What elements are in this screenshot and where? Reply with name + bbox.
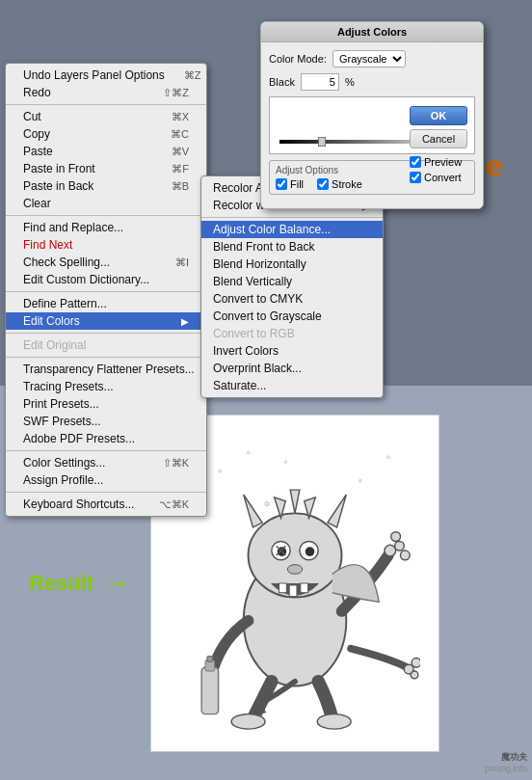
menu-item-spelling-shortcut: ⌘I [175, 256, 189, 269]
menu-item-transparency[interactable]: Transparency Flattener Presets... [6, 361, 206, 378]
color-mode-label: Color Mode: [269, 53, 327, 65]
submenu-item-blend-front-back[interactable]: Blend Front to Back [201, 238, 383, 256]
menu-item-cut-label: Cut [23, 110, 41, 123]
submenu-item-adjust-color-balance[interactable]: Adjust Color Balance... [201, 221, 383, 238]
svg-marker-11 [328, 494, 346, 526]
svg-point-31 [411, 671, 418, 679]
menu-item-paste[interactable]: Paste ⌘V [6, 143, 206, 160]
svg-point-27 [391, 531, 401, 541]
menu-item-undo-shortcut: ⌘Z [184, 69, 201, 82]
watermark-line1: 魔功夫 [485, 751, 527, 764]
submenu-item-saturate-label: Saturate... [213, 379, 266, 392]
submenu-item-blend-front-back-label: Blend Front to Back [213, 240, 314, 254]
menu-item-cut-shortcut: ⌘X [172, 111, 189, 123]
submenu-item-saturate[interactable]: Saturate... [201, 377, 383, 394]
percent-label: % [345, 76, 355, 88]
menu-item-define[interactable]: Define Pattern... [6, 295, 206, 312]
menu-item-color-settings-shortcut: ⇧⌘K [163, 457, 189, 470]
menu-item-find-next-label: Find Next [23, 238, 72, 252]
svg-point-32 [231, 713, 265, 729]
menu-item-assign-profile[interactable]: Assign Profile... [6, 471, 206, 489]
menu-item-paste-front-shortcut: ⌘F [172, 163, 189, 175]
menu-item-copy[interactable]: Copy ⌘C [6, 125, 206, 143]
menu-item-paste-label: Paste [23, 145, 53, 158]
ok-button[interactable]: OK [410, 106, 467, 125]
menu-item-swf[interactable]: SWF Presets... [6, 413, 206, 430]
menu-item-clear[interactable]: Clear [6, 195, 206, 212]
context-menu[interactable]: Undo Layers Panel Options ⌘Z Redo ⇧⌘Z Cu… [5, 63, 207, 517]
svg-rect-22 [201, 667, 218, 713]
dialog-body: Color Mode: Grayscale Black 5 % OK [261, 42, 483, 208]
submenu-item-convert-grayscale-label: Convert to Grayscale [213, 309, 322, 323]
submenu-item-blend-horizontally[interactable]: Blend Horizontally [201, 256, 383, 273]
submenu-item-blend-horizontally-label: Blend Horizontally [213, 257, 306, 271]
svg-point-3 [359, 478, 362, 482]
menu-item-print[interactable]: Print Presets... [6, 395, 206, 413]
dialog-title: Adjust Colors [337, 26, 407, 38]
slider-handle[interactable] [318, 137, 326, 147]
convert-checkbox-label[interactable]: Convert [410, 172, 467, 183]
menu-item-paste-back-shortcut: ⌘B [172, 180, 189, 193]
menu-item-undo[interactable]: Undo Layers Panel Options ⌘Z [6, 67, 206, 84]
menu-item-keyboard-shortcut: ⌥⌘K [159, 498, 189, 511]
svg-point-26 [395, 541, 405, 551]
menu-item-color-settings[interactable]: Color Settings... ⇧⌘K [6, 454, 206, 471]
menu-item-redo[interactable]: Redo ⇧⌘Z [6, 84, 206, 101]
menu-item-paste-back[interactable]: Paste in Back ⌘B [6, 177, 206, 195]
svg-point-33 [317, 713, 351, 729]
black-input[interactable]: 5 [301, 73, 339, 91]
menu-item-paste-front[interactable]: Paste in Front ⌘F [6, 160, 206, 177]
submenu-item-convert-grayscale[interactable]: Convert to Grayscale [201, 308, 383, 325]
menu-item-redo-shortcut: ⇧⌘Z [163, 87, 189, 99]
menu-item-cut[interactable]: Cut ⌘X [6, 108, 206, 125]
menu-item-find-next[interactable]: Find Next [6, 236, 206, 254]
svg-marker-10 [244, 494, 262, 526]
black-row: Black 5 % [269, 73, 475, 91]
menu-item-edit-colors[interactable]: Edit Colors ▶ [6, 312, 206, 330]
watermark: 魔功夫 pstung.info [485, 751, 527, 775]
submenu-item-convert-cmyk[interactable]: Convert to CMYK [201, 290, 383, 308]
menu-item-spelling-label: Check Spelling... [23, 256, 110, 269]
svg-point-18 [287, 564, 303, 574]
stroke-checkbox[interactable] [317, 178, 329, 190]
menu-item-keyboard[interactable]: Keyboard Shortcuts... ⌥⌘K [6, 496, 206, 513]
separator-7 [6, 492, 206, 493]
monster-illustration [170, 434, 420, 733]
color-mode-select[interactable]: Grayscale [332, 50, 406, 67]
menu-item-spelling[interactable]: Check Spelling... ⌘I [6, 254, 206, 271]
dialog-titlebar: Adjust Colors [261, 22, 483, 42]
preview-checkbox-label[interactable]: Preview [410, 156, 467, 168]
submenu-item-overprint-black-label: Overprint Black... [213, 362, 302, 375]
menu-item-paste-front-label: Paste in Front [23, 162, 95, 175]
menu-item-paste-back-label: Paste in Back [23, 179, 93, 193]
fill-label: Fill [290, 178, 304, 190]
separator-3 [6, 291, 206, 292]
preview-checkbox[interactable] [410, 156, 421, 168]
svg-point-28 [400, 551, 410, 560]
fill-checkbox[interactable] [276, 178, 287, 190]
menu-item-tracing[interactable]: Tracing Presets... [6, 378, 206, 395]
menu-item-swf-label: SWF Presets... [23, 415, 101, 428]
menu-item-adobe-pdf[interactable]: Adobe PDF Presets... [6, 430, 206, 447]
menu-item-keyboard-label: Keyboard Shortcuts... [23, 498, 134, 511]
submenu-item-invert-colors[interactable]: Invert Colors [201, 342, 383, 360]
menu-item-undo-label: Undo Layers Panel Options [23, 68, 165, 82]
stroke-checkbox-label[interactable]: Stroke [317, 178, 362, 190]
svg-point-1 [247, 450, 251, 454]
menu-item-edit-original: Edit Original [6, 336, 206, 354]
convert-checkbox[interactable] [410, 172, 421, 183]
result-text: Result [29, 571, 93, 596]
submenu-separator [201, 217, 383, 218]
cancel-button[interactable]: Cancel [410, 129, 467, 148]
watermark-line2: pstung.info [485, 763, 527, 775]
menu-item-custom-dict[interactable]: Edit Custom Dictionary... [6, 271, 206, 288]
submenu-item-overprint-black[interactable]: Overprint Black... [201, 360, 383, 377]
submenu-item-blend-vertically[interactable]: Blend Vertically [201, 273, 383, 290]
fill-checkbox-label[interactable]: Fill [276, 178, 304, 190]
separator-1 [6, 104, 206, 105]
color-mode-row: Color Mode: Grayscale [269, 50, 475, 67]
menu-item-find-label: Find and Replace... [23, 221, 123, 234]
menu-item-transparency-label: Transparency Flattener Presets... [23, 363, 195, 376]
menu-item-find[interactable]: Find and Replace... [6, 219, 206, 236]
separator-2 [6, 215, 206, 216]
